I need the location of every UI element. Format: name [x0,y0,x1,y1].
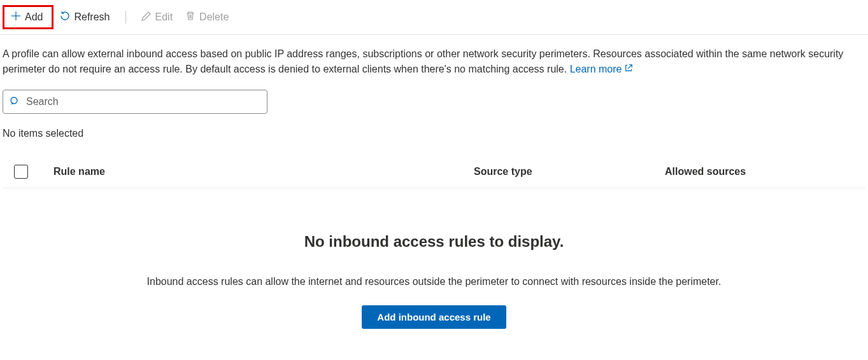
refresh-button[interactable]: Refresh [53,7,116,27]
refresh-label: Refresh [74,11,110,23]
select-all-checkbox[interactable] [14,165,28,179]
toolbar-separator [125,11,126,24]
edit-button: Edit [135,7,180,27]
description-text: A profile can allow external inbound acc… [0,35,853,77]
add-button[interactable]: Add [3,5,53,29]
select-all-cell [3,165,53,179]
edit-label: Edit [155,11,173,23]
svg-line-4 [629,65,632,69]
trash-icon [185,11,196,24]
column-rule-name[interactable]: Rule name [53,166,474,177]
add-label: Add [25,11,43,23]
empty-state: No inbound access rules to display. Inbo… [0,233,868,329]
empty-title: No inbound access rules to display. [0,233,868,251]
column-source-type[interactable]: Source type [474,166,665,177]
column-allowed-sources[interactable]: Allowed sources [665,166,865,177]
learn-more-link[interactable]: Learn more [570,62,634,77]
add-inbound-rule-button[interactable]: Add inbound access rule [362,305,506,329]
delete-button: Delete [179,7,235,27]
search-wrapper [3,90,865,114]
plus-icon [11,11,21,24]
table-header: Rule name Source type Allowed sources [3,160,865,188]
description-body: A profile can allow external inbound acc… [3,48,843,74]
search-box[interactable] [3,90,267,114]
command-toolbar: Add Refresh Edit Delete [0,0,868,35]
learn-more-label: Learn more [570,62,622,77]
external-link-icon [624,62,633,77]
svg-point-5 [11,97,17,104]
refresh-icon [60,11,70,24]
pencil-icon [141,11,152,24]
delete-label: Delete [199,11,229,23]
search-input[interactable] [26,96,260,107]
search-icon [10,96,20,108]
empty-subtitle: Inbound access rules can allow the inter… [0,276,868,287]
selection-status: No items selected [3,128,865,139]
